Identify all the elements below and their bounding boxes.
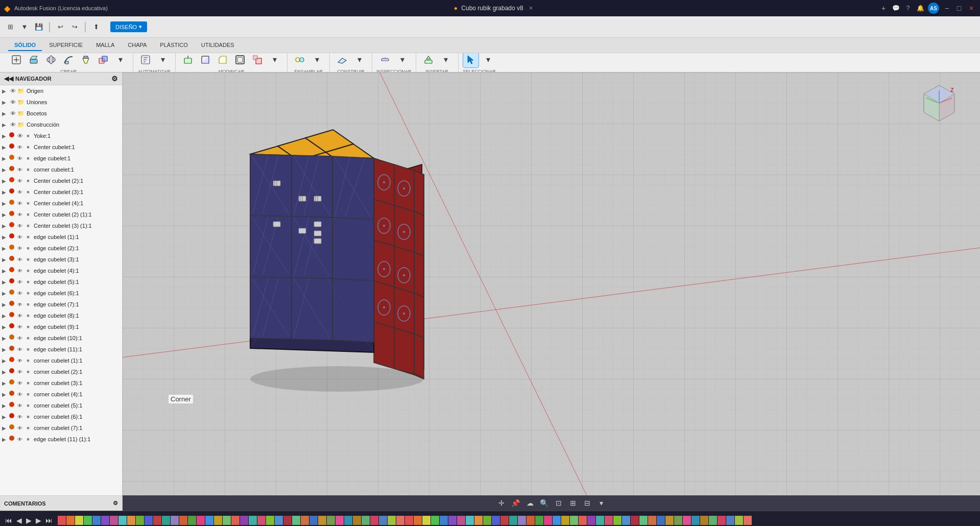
timeline-block-16[interactable] <box>197 516 205 525</box>
nav-settings-btn[interactable]: ⚙ <box>111 75 118 83</box>
timeline-block-29[interactable] <box>309 516 318 525</box>
more-construir-btn[interactable]: ▾ <box>351 53 368 68</box>
timeline-block-10[interactable] <box>145 516 153 525</box>
viewport[interactable]: Corner Z ✛ 📌 ☁ 🔍 ⊡ <box>123 73 980 511</box>
save-btn[interactable]: 💾 <box>33 21 45 33</box>
timeline-block-31[interactable] <box>327 516 335 525</box>
timeline-prev-btn[interactable]: ◀ <box>15 515 23 525</box>
nav-item-corner_5_1[interactable]: ▶ 👁 ■ corner cubelet (5):1 <box>0 400 122 411</box>
nav-item-corner_4_1[interactable]: ▶ 👁 ■ corner cubelet (4):1 <box>0 389 122 400</box>
zoom-fit-btn[interactable]: ⊡ <box>553 497 565 509</box>
apps-grid-btn[interactable]: ⊞ <box>4 21 16 33</box>
timeline-block-44[interactable] <box>440 516 448 525</box>
nav-item-center3_1_1[interactable]: ▶ 👁 ■ Center cubelet (3) (1):1 <box>0 220 122 231</box>
extrude-btn[interactable] <box>26 53 42 68</box>
tab-close-btn[interactable]: × <box>529 5 533 12</box>
timeline-block-34[interactable] <box>353 516 361 525</box>
timeline-block-74[interactable] <box>700 516 708 525</box>
more-seleccionar-btn[interactable]: ▾ <box>480 53 496 68</box>
timeline-block-1[interactable] <box>66 516 75 525</box>
nav-item-edge_4_1[interactable]: ▶ 👁 ■ edge cubelet (4):1 <box>0 265 122 276</box>
timeline-block-6[interactable] <box>110 516 118 525</box>
timeline-block-3[interactable] <box>84 516 92 525</box>
timeline-block-32[interactable] <box>336 516 344 525</box>
fillet-btn[interactable] <box>197 53 213 68</box>
timeline-block-43[interactable] <box>431 516 439 525</box>
timeline-block-78[interactable] <box>735 516 743 525</box>
timeline-block-59[interactable] <box>570 516 578 525</box>
nav-item-construccion[interactable]: ▶ 👁 📁 Construcción <box>0 119 122 130</box>
zoom-in-btn[interactable]: 🔍 <box>538 497 551 509</box>
undo-btn[interactable]: ↩ <box>54 21 66 33</box>
design-dropdown[interactable]: DISEÑO ▾ <box>110 21 147 32</box>
display-settings-btn[interactable]: ⊞ <box>567 497 579 509</box>
timeline-block-72[interactable] <box>683 516 691 525</box>
timeline-block-41[interactable] <box>414 516 422 525</box>
timeline-block-2[interactable] <box>75 516 83 525</box>
timeline-block-8[interactable] <box>127 516 135 525</box>
move-tool-btn[interactable]: ✛ <box>495 497 508 509</box>
timeline-block-47[interactable] <box>466 516 474 525</box>
timeline-block-40[interactable] <box>405 516 413 525</box>
more-view-btn[interactable]: ▾ <box>595 497 608 509</box>
file-menu-btn[interactable]: ▼ <box>18 21 31 33</box>
tab-malla[interactable]: MALLA <box>90 40 121 51</box>
notification-btn[interactable]: 🔔 <box>916 4 925 13</box>
timeline-block-68[interactable] <box>648 516 656 525</box>
timeline-block-53[interactable] <box>518 516 526 525</box>
new-component-btn[interactable] <box>8 53 25 68</box>
timeline-block-25[interactable] <box>275 516 283 525</box>
more-modificar-btn[interactable]: ▾ <box>267 53 283 68</box>
nav-item-edge_7_1[interactable]: ▶ 👁 ■ edge cubelet (7):1 <box>0 299 122 310</box>
nav-item-center4_1[interactable]: ▶ 👁 ■ Center cubelet (4):1 <box>0 198 122 209</box>
timeline-block-19[interactable] <box>223 516 231 525</box>
timeline-block-23[interactable] <box>257 516 266 525</box>
timeline-block-77[interactable] <box>726 516 734 525</box>
feedback-btn[interactable]: 💬 <box>891 4 900 13</box>
user-avatar[interactable]: AS <box>928 3 939 14</box>
press-pull-btn[interactable] <box>180 53 196 68</box>
timeline-block-79[interactable] <box>744 516 752 525</box>
timeline-block-66[interactable] <box>631 516 639 525</box>
timeline-block-75[interactable] <box>709 516 717 525</box>
grid-settings-btn[interactable]: ⊟ <box>581 497 593 509</box>
timeline-block-5[interactable] <box>101 516 109 525</box>
nav-item-bocetos[interactable]: ▶ 👁 📁 Bocetos <box>0 108 122 119</box>
nav-item-edge_11_2_1[interactable]: ▶ 👁 ■ edge cubelet (11) (1):1 <box>0 434 122 445</box>
timeline-block-54[interactable] <box>527 516 535 525</box>
nav-item-yoke[interactable]: ▶ 👁 ■ Yoke:1 <box>0 130 122 141</box>
help-btn[interactable]: ? <box>903 4 913 13</box>
nav-item-edge_9_1[interactable]: ▶ 👁 ■ edge cubelet (9):1 <box>0 321 122 332</box>
minimize-btn[interactable]: − <box>942 4 951 13</box>
timeline-block-15[interactable] <box>188 516 196 525</box>
timeline-block-63[interactable] <box>605 516 613 525</box>
tab-superficie[interactable]: SUPERFICIE <box>43 40 89 51</box>
timeline-next-end-btn[interactable]: ⏭ <box>44 515 54 525</box>
timeline-block-67[interactable] <box>639 516 648 525</box>
combine-btn[interactable] <box>95 53 111 68</box>
timeline-block-51[interactable] <box>500 516 509 525</box>
add-tab-btn[interactable]: + <box>879 4 888 13</box>
scale-btn[interactable] <box>249 53 266 68</box>
timeline-next-btn[interactable]: ▶ <box>35 515 42 525</box>
nav-item-corner_7_1[interactable]: ▶ 👁 ■ corner cubelet (7):1 <box>0 422 122 434</box>
timeline-block-11[interactable] <box>153 516 161 525</box>
nav-back-btn[interactable]: ◀◀ <box>4 75 13 82</box>
nav-item-origen[interactable]: ▶ 👁 📁 Origen <box>0 85 122 97</box>
tab-utilidades[interactable]: UTILIDADES <box>195 40 241 51</box>
shell-btn[interactable] <box>232 53 248 68</box>
tab-solido[interactable]: SÓLIDO <box>8 40 42 51</box>
nav-item-corner_3_1[interactable]: ▶ 👁 ■ corner cubelet (3):1 <box>0 377 122 389</box>
timeline-block-38[interactable] <box>388 516 396 525</box>
insert-btn[interactable] <box>420 53 437 68</box>
nav-item-center3_1[interactable]: ▶ 👁 ■ Center cubelet (3):1 <box>0 186 122 198</box>
nav-item-corner_1_1[interactable]: ▶ 👁 ■ corner cubelet (1):1 <box>0 355 122 366</box>
timeline-block-9[interactable] <box>136 516 144 525</box>
timeline-block-65[interactable] <box>622 516 630 525</box>
timeline-play-btn[interactable]: ▶ <box>25 515 33 525</box>
nav-item-edge_6_1[interactable]: ▶ 👁 ■ edge cubelet (6):1 <box>0 288 122 299</box>
nav-item-edge_10_1[interactable]: ▶ 👁 ■ edge cubelet (10):1 <box>0 332 122 344</box>
timeline-block-42[interactable] <box>422 516 431 525</box>
redo-btn[interactable]: ↪ <box>68 21 81 33</box>
timeline-block-18[interactable] <box>214 516 222 525</box>
